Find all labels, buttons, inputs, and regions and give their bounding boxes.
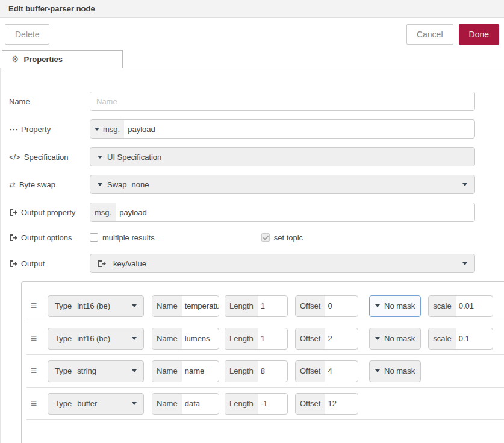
property-value[interactable]: payload	[124, 120, 159, 138]
gear-icon: ⚙	[11, 55, 19, 63]
tab-properties[interactable]: ⚙ Properties	[2, 50, 123, 68]
dialog-toolbar: Delete Cancel Done	[0, 18, 504, 50]
set-topic-checkbox	[261, 233, 270, 242]
type-select[interactable]: Type int16 (be)	[48, 328, 144, 350]
mask-select[interactable]: No mask	[369, 360, 421, 382]
row-property: ⋯ Property msg. payload	[9, 119, 504, 139]
tab-bar: ⚙ Properties	[0, 50, 504, 68]
parser-item-row: ≡ Type string Name name Length 8 Offset …	[26, 355, 504, 388]
chevron-down-icon	[132, 304, 137, 307]
item-name-input[interactable]: Name temperatu	[152, 295, 219, 317]
specification-label: </> Specification	[9, 152, 90, 162]
chevron-down-icon	[132, 337, 137, 340]
byteswap-select[interactable]: Swap none	[90, 175, 475, 194]
type-select[interactable]: Type string	[48, 360, 144, 382]
dialog-header: Edit buffer-parser node	[0, 0, 504, 18]
output-options-label: Output options	[9, 233, 90, 242]
row-name: Name	[9, 92, 504, 111]
name-input[interactable]	[90, 92, 474, 110]
mask-select[interactable]: No mask	[369, 328, 421, 350]
row-byteswap: ⇄ Byte swap Swap none	[9, 175, 504, 194]
output-select[interactable]: key/value	[90, 254, 475, 273]
item-offset-input[interactable]: Offset 12	[295, 393, 358, 415]
drag-handle-icon[interactable]: ≡	[28, 332, 40, 345]
type-select[interactable]: Type int16 (be)	[48, 295, 144, 317]
item-length-input[interactable]: Length 8	[225, 360, 288, 382]
property-type-select[interactable]: msg.	[90, 120, 124, 138]
chevron-down-icon	[98, 183, 102, 186]
item-length-input[interactable]: Length 1	[225, 295, 288, 317]
chevron-down-icon	[375, 304, 380, 307]
output-property-value[interactable]: payload	[116, 203, 151, 221]
drag-handle-icon[interactable]: ≡	[28, 300, 40, 312]
item-length-input[interactable]: Length 1	[225, 328, 288, 350]
row-output-property: Output property msg. payload	[9, 203, 504, 222]
item-length-input[interactable]: Length -1	[225, 393, 288, 415]
item-offset-input[interactable]: Offset 2	[295, 328, 358, 350]
output-label: Output	[9, 259, 90, 268]
drag-handle-icon[interactable]: ≡	[28, 365, 40, 377]
delete-button[interactable]: Delete	[5, 24, 49, 45]
code-icon: </>	[9, 153, 20, 161]
chevron-down-icon	[462, 183, 467, 186]
output-property-prefix: msg.	[90, 203, 116, 221]
drag-handle-icon[interactable]: ≡	[28, 397, 40, 410]
chevron-down-icon	[462, 262, 467, 265]
dialog-title: Edit buffer-parser node	[8, 4, 95, 13]
chevron-down-icon	[98, 156, 102, 159]
parser-item-row: ≡ Type int16 (be) Name temperatu Length …	[26, 290, 504, 322]
multiple-results-option: multiple results	[90, 233, 155, 242]
item-offset-input[interactable]: Offset 4	[295, 360, 358, 382]
ellipsis-icon: ⋯	[9, 125, 17, 134]
row-output: Output key/value	[9, 254, 504, 273]
properties-form: Name ⋯ Property msg. payload </> Specifi…	[0, 68, 504, 443]
property-input[interactable]: msg. payload	[90, 119, 475, 139]
item-scale-input[interactable]: scale 0.1	[428, 328, 493, 350]
property-label: ⋯ Property	[9, 125, 90, 134]
chevron-down-icon	[132, 369, 137, 372]
specification-select[interactable]: UI Specification	[90, 147, 475, 166]
row-specification: </> Specification UI Specification	[9, 147, 504, 166]
output-property-label: Output property	[9, 208, 90, 217]
mask-select[interactable]: No mask	[369, 295, 421, 317]
item-name-input[interactable]: Name lumens	[152, 328, 219, 350]
name-input-wrap	[90, 92, 475, 111]
chevron-down-icon	[132, 402, 137, 405]
byteswap-label: ⇄ Byte swap	[9, 180, 90, 189]
parser-item-row: ≡ Type int16 (be) Name lumens Length 1 O…	[26, 322, 504, 355]
chevron-down-icon	[95, 128, 99, 131]
item-name-input[interactable]: Name name	[152, 360, 219, 382]
sign-out-icon	[9, 260, 17, 268]
item-offset-input[interactable]: Offset 0	[295, 295, 358, 317]
name-label: Name	[9, 97, 90, 106]
chevron-down-icon	[375, 369, 380, 372]
item-name-input[interactable]: Name data	[152, 393, 219, 415]
item-scale-input[interactable]: scale 0.01	[428, 295, 493, 317]
parser-items-list: ≡ Type int16 (be) Name temperatu Length …	[21, 281, 504, 443]
swap-arrows-icon: ⇄	[9, 181, 16, 189]
tab-properties-label: Properties	[24, 55, 63, 64]
type-select[interactable]: Type buffer	[48, 393, 144, 415]
sign-out-icon	[9, 234, 17, 242]
sign-out-icon	[98, 260, 106, 268]
parser-item-row: ≡ Type buffer Name data Length -1 Offset…	[26, 388, 504, 420]
output-property-input[interactable]: msg. payload	[90, 203, 475, 222]
toolbar-right-group: Cancel Done	[406, 24, 499, 45]
cancel-button[interactable]: Cancel	[406, 24, 453, 45]
set-topic-option: set topic	[261, 233, 303, 242]
row-output-options: Output options multiple results set topi…	[9, 230, 504, 245]
multiple-results-checkbox[interactable]	[90, 233, 98, 242]
chevron-down-icon	[375, 337, 380, 340]
done-button[interactable]: Done	[459, 24, 499, 45]
sign-out-icon	[9, 209, 17, 216]
